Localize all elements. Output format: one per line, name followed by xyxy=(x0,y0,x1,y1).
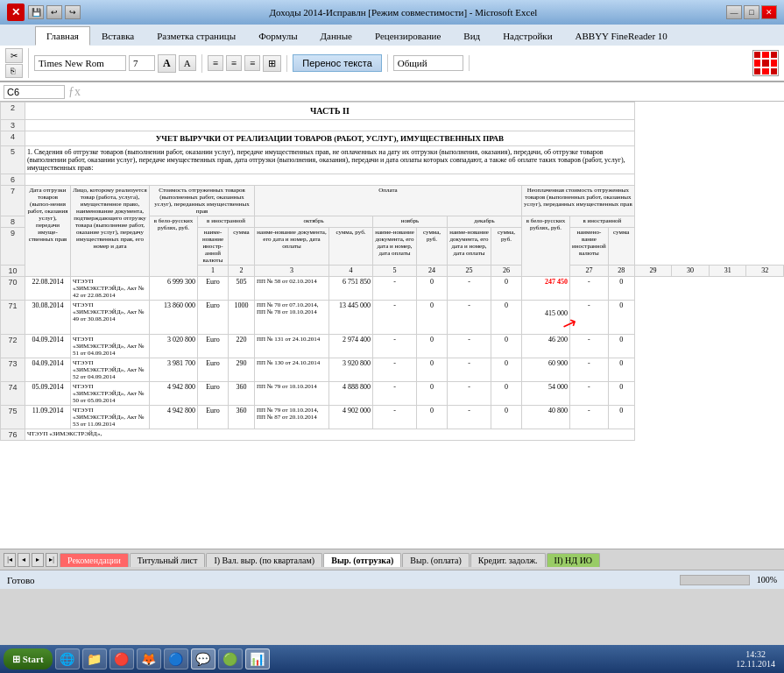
cell-72-nov-doc[interactable]: - xyxy=(373,335,417,358)
cell-74-dec-sum[interactable]: 0 xyxy=(491,382,522,406)
cell-71-dec-sum[interactable]: 0 xyxy=(491,301,522,335)
taskbar-icon-app2[interactable]: 🦊 xyxy=(137,648,161,669)
align-center-btn[interactable]: ≡ xyxy=(226,55,242,71)
cell-72-entity[interactable]: ЧТЭУП «ЗИМЭКСТРЭЙД», Акт № 51 от 04.09.2… xyxy=(71,335,150,358)
cell-70-amount[interactable]: 505 xyxy=(229,277,255,301)
cell-72-date[interactable]: 04.09.2014 xyxy=(25,335,71,358)
cell-70-oct-doc[interactable]: ПП № 58 от 02.10.2014 xyxy=(255,277,329,301)
cell-73-unpaid-byr[interactable]: 60 900 xyxy=(522,358,570,382)
cell-74-unpaid-sum[interactable]: 0 xyxy=(608,382,634,406)
cell-72-dec-doc[interactable]: - xyxy=(448,335,491,358)
taskbar-icon-excel[interactable]: 📊 xyxy=(245,648,270,669)
cell-74-dec-doc[interactable]: - xyxy=(448,382,491,406)
sheet-tab-recommendations[interactable]: Рекомендации xyxy=(60,553,129,567)
cut-btn[interactable]: ✂ xyxy=(5,48,23,63)
cell-70-byr[interactable]: 6 999 300 xyxy=(150,277,198,301)
tab-abbyy[interactable]: ABBYY FineReader 10 xyxy=(564,26,679,46)
tab-view[interactable]: Вид xyxy=(452,26,491,46)
cell-71-oct-doc[interactable]: ПП № 70 от 07.10.2014, ПП № 78 от 10.10.… xyxy=(255,301,329,335)
cell-74-unpaid-byr[interactable]: 54 000 xyxy=(522,382,570,406)
cell-72-oct-sum[interactable]: 2 974 400 xyxy=(329,335,373,358)
close-btn[interactable]: ✕ xyxy=(761,5,777,19)
cell-73-byr[interactable]: 3 981 700 xyxy=(150,358,198,382)
undo-btn[interactable]: ↩ xyxy=(46,5,62,19)
cell-75-dec-sum[interactable]: 0 xyxy=(491,406,522,429)
tab-formulas[interactable]: Формулы xyxy=(247,26,308,46)
cell-70-oct-sum[interactable]: 6 751 850 xyxy=(329,277,373,301)
sheet-tab-credit[interactable]: Кредит. задолж. xyxy=(470,553,546,567)
cell-73-amount[interactable]: 290 xyxy=(229,358,255,382)
cell-71-nov-doc[interactable]: - xyxy=(373,301,417,335)
font-name-box[interactable]: Times New Rom xyxy=(34,55,126,71)
cell-74-nov-doc[interactable]: - xyxy=(373,382,417,406)
cell-75-nov-doc[interactable]: - xyxy=(373,406,417,429)
wrap-text-btn[interactable]: Перенос текста xyxy=(293,54,382,72)
cell-74-unpaid-curr[interactable]: - xyxy=(570,382,609,406)
cell-75-oct-doc[interactable]: ПП № 79 от 10.10.2014, ПП № 87 от 20.10.… xyxy=(255,406,329,429)
sheet-tab-shipment[interactable]: Выр. (отгрузка) xyxy=(323,553,401,567)
name-box[interactable] xyxy=(4,85,65,99)
cell-71-amount[interactable]: 1000 xyxy=(229,301,255,335)
tab-addins[interactable]: Надстройки xyxy=(491,26,563,46)
maximize-btn[interactable]: □ xyxy=(744,5,759,19)
cell-70-entity[interactable]: ЧТЭУП «ЗИМЭКСТРЭЙД», Акт № 42 от 22.08.2… xyxy=(71,277,150,301)
tab-nav-next[interactable]: ▸ xyxy=(32,553,44,567)
sheet-tab-title[interactable]: Титульный лист xyxy=(130,553,206,567)
tab-page-layout[interactable]: Разметка страницы xyxy=(145,26,247,46)
cell-73-nov-doc[interactable]: - xyxy=(373,358,417,382)
cell-70-curr[interactable]: Euro xyxy=(198,277,229,301)
cell-75-amount[interactable]: 360 xyxy=(229,406,255,429)
cell-73-dec-sum[interactable]: 0 xyxy=(491,358,522,382)
cell-72-unpaid-curr[interactable]: - xyxy=(570,335,609,358)
cell-73-curr[interactable]: Euro xyxy=(198,358,229,382)
taskbar-icon-app3[interactable]: 🔵 xyxy=(164,648,188,669)
cell-71-oct-sum[interactable]: 13 445 000 xyxy=(329,301,373,335)
tab-home[interactable]: Главная xyxy=(35,26,90,46)
formula-input[interactable] xyxy=(84,87,780,97)
cell-75-byr[interactable]: 4 942 800 xyxy=(150,406,198,429)
cell-70-unpaid-sum[interactable]: 0 xyxy=(608,277,634,301)
taskbar-icon-folder[interactable]: 📁 xyxy=(82,648,107,669)
cell-75-unpaid-sum[interactable]: 0 xyxy=(608,406,634,429)
cell-70-dec-sum[interactable]: 0 xyxy=(491,277,522,301)
cell-70-nov-doc[interactable]: - xyxy=(373,277,417,301)
zoom-slider[interactable] xyxy=(680,575,750,585)
number-format-box[interactable]: Общий xyxy=(393,55,463,71)
cell-72-unpaid-byr[interactable]: 46 200 xyxy=(522,335,570,358)
cell-73-date[interactable]: 04.09.2014 xyxy=(25,358,71,382)
align-left-btn[interactable]: ≡ xyxy=(208,55,223,71)
cell-70-unpaid-byr[interactable]: 247 450 xyxy=(522,277,570,301)
sheet-tab-payment[interactable]: Выр. (оплата) xyxy=(402,553,470,567)
table-style-btn[interactable] xyxy=(752,50,779,76)
cell-74-oct-sum[interactable]: 4 888 800 xyxy=(329,382,373,406)
cell-72-dec-sum[interactable]: 0 xyxy=(491,335,522,358)
font-size-box[interactable]: 7 xyxy=(129,55,155,71)
cell-71-curr[interactable]: Euro xyxy=(198,301,229,335)
save-quick-btn[interactable]: 💾 xyxy=(28,5,44,19)
cell-75-oct-sum[interactable]: 4 902 000 xyxy=(329,406,373,429)
cell-71-unpaid-byr[interactable]: 415 000 ↙ xyxy=(522,301,570,335)
tab-insert[interactable]: Вставка xyxy=(90,26,145,46)
cell-72-nov-sum[interactable]: 0 xyxy=(417,335,448,358)
sheet-container[interactable]: 2 ЧАСТЬ II 3 4 УЧЕТ ВЫРУЧКИ ОТ РЕАЛИЗАЦИ… xyxy=(0,102,784,549)
align-right-btn[interactable]: ≡ xyxy=(244,55,260,71)
cell-73-unpaid-curr[interactable]: - xyxy=(570,358,609,382)
cell-75-unpaid-byr[interactable]: 40 800 xyxy=(522,406,570,429)
taskbar-icon-skype[interactable]: 💬 xyxy=(191,648,215,669)
cell-73-oct-sum[interactable]: 3 920 800 xyxy=(329,358,373,382)
cell-75-nov-sum[interactable]: 0 xyxy=(417,406,448,429)
tab-nav-prev[interactable]: ◂ xyxy=(18,553,30,567)
cell-70-dec-doc[interactable]: - xyxy=(448,277,491,301)
cell-74-curr[interactable]: Euro xyxy=(198,382,229,406)
start-button[interactable]: ⊞ Start xyxy=(4,648,53,669)
cell-75-date[interactable]: 11.09.2014 xyxy=(25,406,71,429)
cell-70-nov-sum[interactable]: 0 xyxy=(417,277,448,301)
cell-74-entity[interactable]: ЧТЭУП «ЗИМЭКСТРЭЙД», Акт № 50 от 05.09.2… xyxy=(71,382,150,406)
font-shrink-btn[interactable]: A xyxy=(179,55,196,71)
cell-71-unpaid-sum[interactable]: 0 xyxy=(608,301,634,335)
cell-74-oct-doc[interactable]: ПП № 79 от 10.10.2014 xyxy=(255,382,329,406)
cell-74-amount[interactable]: 360 xyxy=(229,382,255,406)
font-grow-btn[interactable]: A xyxy=(158,54,176,73)
cell-74-date[interactable]: 05.09.2014 xyxy=(25,382,71,406)
cell-71-entity[interactable]: ЧТЭУП «ЗИМЭКСТРЭЙД», Акт № 49 от 30.08.2… xyxy=(71,301,150,335)
